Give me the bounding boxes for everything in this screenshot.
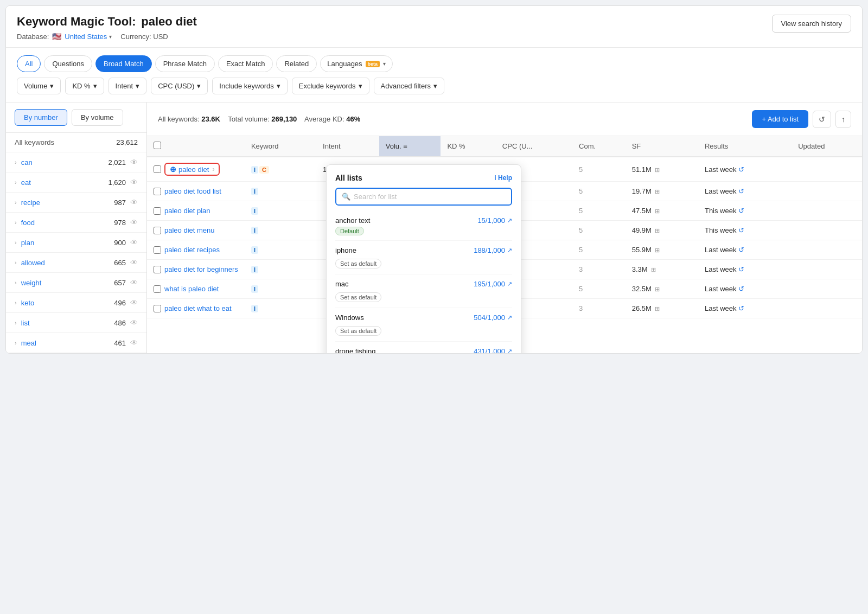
list-item-count[interactable]: 431/1,000 ↗ — [474, 347, 512, 353]
sidebar-keyword-count: 2,021 — [108, 158, 126, 167]
tab-questions[interactable]: Questions — [44, 55, 92, 72]
sidebar-item[interactable]: › plan 900 👁 — [6, 233, 146, 253]
row-checkbox[interactable] — [154, 227, 161, 234]
keyword-text[interactable]: what is paleo diet — [164, 285, 219, 293]
row-checkbox[interactable] — [154, 305, 161, 312]
refresh-icon[interactable]: ↺ — [738, 226, 744, 234]
beta-badge: beta — [366, 61, 380, 67]
sidebar-all-keywords[interactable]: All keywords 23,612 — [6, 133, 146, 152]
tab-related[interactable]: Related — [276, 55, 317, 72]
eye-icon[interactable]: 👁 — [130, 238, 138, 247]
help-link[interactable]: i Help — [494, 174, 512, 182]
arrow-right-icon: › — [212, 165, 214, 173]
keyword-text[interactable]: paleo diet for beginners — [164, 265, 238, 273]
add-to-list-button[interactable]: + Add to list — [752, 110, 808, 128]
view-history-button[interactable]: View search history — [772, 15, 851, 33]
intent-badge-c: C — [259, 166, 269, 174]
set-default-button[interactable]: Set as default — [335, 292, 381, 302]
keyword-text[interactable]: paleo diet plan — [164, 207, 210, 215]
kd-filter[interactable]: KD % ▾ — [65, 78, 104, 94]
eye-icon[interactable]: 👁 — [130, 298, 138, 307]
sidebar-item[interactable]: › weight 657 👁 — [6, 273, 146, 293]
eye-icon[interactable]: 👁 — [130, 258, 138, 267]
content-area: All keywords: 23.6K Total volume: 269,13… — [147, 103, 862, 353]
chevron-down-icon: ▾ — [433, 82, 437, 90]
refresh-icon[interactable]: ↺ — [738, 187, 744, 195]
row-checkbox[interactable] — [154, 266, 161, 273]
refresh-icon[interactable]: ↺ — [738, 304, 744, 312]
intent-filter[interactable]: Intent ▾ — [108, 78, 147, 94]
eye-icon[interactable]: 👁 — [130, 178, 138, 187]
refresh-icon[interactable]: ↺ — [738, 265, 744, 273]
list-item-count[interactable]: 195/1,000 ↗ — [474, 280, 512, 288]
external-link-icon: ↗ — [507, 247, 512, 254]
chevron-right-icon: › — [15, 219, 17, 226]
sidebar-keyword-text: recipe — [21, 199, 40, 207]
chevron-right-icon: › — [15, 159, 17, 165]
database-link[interactable]: United States ▾ — [65, 33, 112, 41]
sidebar-keyword-text: meal — [21, 339, 36, 347]
list-search-input[interactable] — [354, 193, 506, 201]
row-checkbox[interactable] — [154, 207, 161, 215]
export-button[interactable]: ↑ — [835, 111, 851, 128]
list-item-count[interactable]: 504/1,000 ↗ — [474, 314, 512, 322]
advanced-filters[interactable]: Advanced filters ▾ — [374, 78, 445, 94]
eye-icon[interactable]: 👁 — [130, 278, 138, 287]
keyword-cell: paleo diet plan — [147, 201, 245, 221]
row-checkbox[interactable] — [154, 165, 161, 173]
exclude-keywords-filter[interactable]: Exclude keywords ▾ — [292, 78, 369, 94]
keyword-text[interactable]: paleo diet menu — [164, 226, 215, 234]
eye-icon[interactable]: 👁 — [130, 338, 138, 347]
by-volume-button[interactable]: By volume — [72, 109, 123, 126]
sidebar-item[interactable]: › can 2,021 👁 — [6, 152, 146, 172]
eye-icon[interactable]: 👁 — [130, 198, 138, 207]
select-all-checkbox[interactable] — [154, 142, 161, 149]
set-default-button[interactable]: Set as default — [335, 326, 381, 336]
eye-icon[interactable]: 👁 — [130, 218, 138, 227]
keyword-text[interactable]: paleo diet recipes — [164, 246, 220, 254]
refresh-button[interactable]: ↺ — [813, 111, 831, 128]
sf-cell: 5 — [572, 221, 626, 240]
dropdown-list-item: Windows Set as default 504/1,000 ↗ — [335, 308, 512, 342]
tab-exact-match[interactable]: Exact Match — [218, 55, 273, 72]
tab-phrase-match[interactable]: Phrase Match — [155, 55, 215, 72]
keyword-add-button[interactable]: ⊕ paleo diet › — [164, 163, 220, 176]
set-default-button[interactable]: Set as default — [335, 259, 381, 268]
row-checkbox[interactable] — [154, 188, 161, 195]
keyword-text[interactable]: paleo diet food list — [164, 187, 221, 195]
updated-cell: This week ↺ — [698, 201, 792, 221]
languages-button[interactable]: Languages beta ▾ — [320, 55, 393, 72]
results-icon: ⊞ — [655, 286, 660, 292]
col-volume[interactable]: Volu. ≡ — [379, 136, 441, 157]
row-checkbox[interactable] — [154, 285, 161, 293]
keyword-text[interactable]: paleo diet what to eat — [164, 304, 232, 312]
include-keywords-filter[interactable]: Include keywords ▾ — [212, 78, 287, 94]
sidebar-item[interactable]: › meal 461 👁 — [6, 333, 146, 353]
eye-icon[interactable]: 👁 — [130, 158, 138, 167]
list-item-count[interactable]: 188/1,000 ↗ — [474, 246, 512, 254]
sidebar-keyword-count: 461 — [114, 339, 126, 347]
list-item-count[interactable]: 15/1,000 ↗ — [477, 216, 512, 225]
filter-bar: Volume ▾ KD % ▾ Intent ▾ CPC (USD) ▾ Inc… — [6, 72, 862, 103]
sidebar-keyword-count: 987 — [114, 199, 126, 207]
eye-icon[interactable]: 👁 — [130, 318, 138, 327]
refresh-icon[interactable]: ↺ — [738, 207, 744, 215]
tab-all[interactable]: All — [17, 55, 41, 72]
tab-broad-match[interactable]: Broad Match — [95, 55, 152, 72]
sidebar-item[interactable]: › keto 496 👁 — [6, 293, 146, 313]
sidebar-item[interactable]: › recipe 987 👁 — [6, 193, 146, 213]
refresh-icon[interactable]: ↺ — [738, 165, 744, 174]
sidebar-item[interactable]: › food 978 👁 — [6, 213, 146, 233]
col-cpc: CPC (U... — [496, 136, 572, 157]
external-link-icon: ↗ — [507, 348, 512, 353]
intent-cell: I — [245, 201, 316, 221]
cpc-filter[interactable]: CPC (USD) ▾ — [151, 78, 208, 94]
sidebar-item[interactable]: › eat 1,620 👁 — [6, 172, 146, 193]
refresh-icon[interactable]: ↺ — [738, 246, 744, 254]
by-number-button[interactable]: By number — [15, 109, 67, 126]
sidebar-item[interactable]: › allowed 665 👁 — [6, 253, 146, 273]
refresh-icon[interactable]: ↺ — [738, 285, 744, 293]
sidebar-item[interactable]: › list 486 👁 — [6, 313, 146, 333]
volume-filter[interactable]: Volume ▾ — [17, 78, 61, 94]
row-checkbox[interactable] — [154, 246, 161, 254]
